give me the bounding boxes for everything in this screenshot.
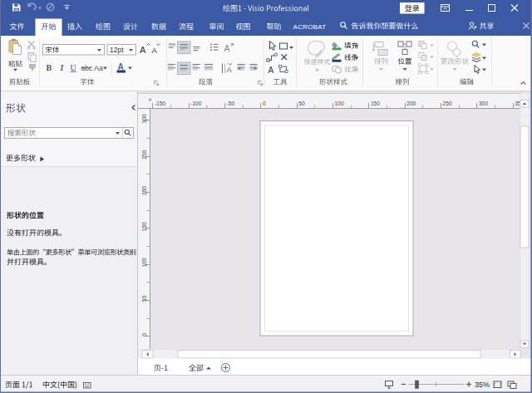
svg-text:200: 200 bbox=[406, 101, 416, 106]
svg-text:0: 0 bbox=[263, 101, 266, 106]
svg-text:A: A bbox=[227, 65, 233, 74]
svg-text:100: 100 bbox=[141, 258, 147, 267]
svg-text:Aa: Aa bbox=[94, 64, 103, 72]
svg-text:A: A bbox=[118, 62, 124, 71]
svg-text:0: 0 bbox=[141, 333, 147, 337]
svg-text:-150: -150 bbox=[155, 101, 166, 106]
svg-text:ACROBAT: ACROBAT bbox=[293, 23, 327, 31]
svg-text:U: U bbox=[71, 63, 77, 72]
svg-text:250: 250 bbox=[141, 150, 147, 159]
svg-text:200: 200 bbox=[141, 186, 147, 195]
svg-text:B: B bbox=[47, 63, 52, 72]
svg-text:12pt: 12pt bbox=[110, 46, 124, 54]
svg-text:50: 50 bbox=[141, 296, 147, 302]
svg-text:-50: -50 bbox=[227, 101, 235, 106]
svg-text:A: A bbox=[152, 46, 158, 55]
svg-text:100: 100 bbox=[335, 101, 344, 106]
svg-text:-100: -100 bbox=[190, 101, 202, 106]
svg-text:250: 250 bbox=[443, 101, 452, 106]
svg-text:35%: 35% bbox=[475, 381, 490, 389]
svg-text:A: A bbox=[224, 43, 230, 53]
svg-text:150: 150 bbox=[141, 222, 147, 231]
svg-text:150: 150 bbox=[371, 101, 380, 106]
svg-text:300: 300 bbox=[141, 114, 147, 123]
svg-text:A: A bbox=[268, 66, 274, 75]
svg-text:A: A bbox=[140, 45, 146, 55]
svg-text:300: 300 bbox=[479, 101, 488, 106]
svg-text:50: 50 bbox=[298, 101, 305, 106]
